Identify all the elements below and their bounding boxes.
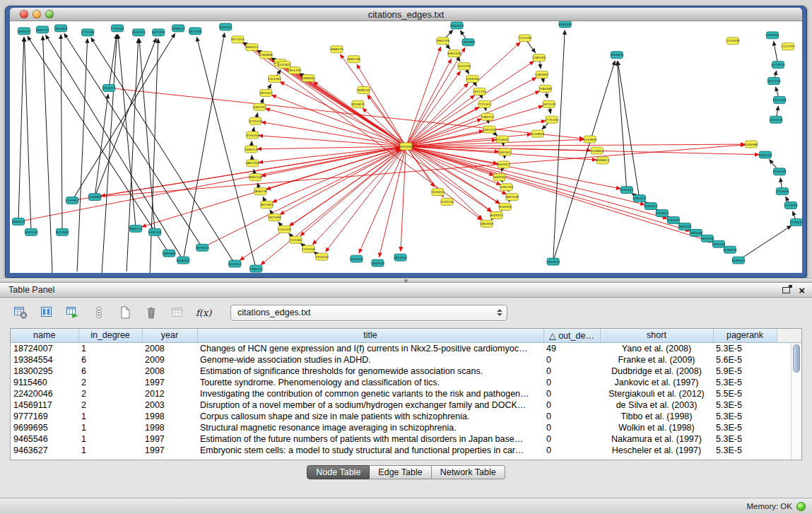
tab-network-table[interactable]: Network Table — [432, 465, 505, 479]
graph-node[interactable]: 2099143 — [357, 86, 370, 93]
graph-node[interactable]: 18724007 — [399, 143, 414, 150]
graph-node[interactable]: 9246052 — [177, 257, 190, 264]
table-row[interactable]: 946362711997Embryonic stem cells: a mode… — [11, 445, 801, 456]
table-row[interactable]: 1456911722003Disruption of a novel membe… — [11, 399, 801, 411]
column-header-out_degree[interactable]: △ out_de… — [543, 329, 600, 342]
split-divider[interactable] — [0, 278, 812, 283]
graph-node[interactable]: 3220720 — [457, 63, 471, 70]
table-selector[interactable]: citations_edges.txt — [230, 305, 507, 321]
graph-node[interactable]: 7771311 — [478, 100, 491, 107]
graph-node[interactable]: 1693804 — [54, 25, 68, 32]
graph-node[interactable]: 1609284 — [690, 229, 703, 236]
graph-node[interactable]: 1770502 — [111, 25, 124, 32]
float-panel-icon[interactable] — [782, 287, 790, 293]
graph-node[interactable]: 2526060 — [88, 194, 102, 201]
graph-node[interactable]: 1961376 — [436, 37, 449, 45]
graph-node[interactable]: 4755204 — [246, 132, 259, 139]
column-header-name[interactable]: name — [11, 329, 78, 342]
network-canvas[interactable]: 1690415168734516938041772440177050216923… — [10, 21, 802, 273]
scrollbar-thumb[interactable] — [793, 344, 800, 373]
graph-node[interactable]: 1241822 — [278, 62, 291, 69]
table-row[interactable]: 2242004622012Investigating the contribut… — [11, 388, 801, 399]
close-window-button[interactable] — [20, 10, 28, 18]
graph-node[interactable]: 1944879 — [610, 52, 623, 59]
table-row[interactable]: 1872400712008Changes of HCN gene express… — [11, 342, 801, 354]
graph-node[interactable]: 1416265 — [466, 76, 479, 83]
graph-node[interactable]: 9793012 — [655, 210, 669, 217]
zoom-window-button[interactable] — [45, 10, 54, 18]
graph-node[interactable]: 7135420 — [278, 226, 291, 233]
graph-node[interactable]: 7485083 — [539, 85, 552, 92]
graph-node[interactable]: 8996911 — [596, 157, 609, 164]
graph-node[interactable]: 1760233 — [249, 265, 263, 272]
graph-node[interactable]: 1772440 — [81, 29, 95, 36]
window-titlebar[interactable]: citations_edges.txt — [10, 8, 802, 21]
graph-node[interactable]: 1823544 — [394, 254, 407, 261]
table-row[interactable]: 911546021997Tourette syndrome. Phenomeno… — [11, 377, 801, 388]
graph-node[interactable]: 1687345 — [36, 26, 49, 33]
graph-node[interactable]: 1671742 — [473, 88, 486, 95]
table-settings-icon[interactable] — [11, 303, 30, 322]
column-header-in_degree[interactable]: in_degree — [78, 329, 142, 342]
new-document-icon[interactable] — [116, 303, 134, 322]
graph-node[interactable]: 1834920 — [371, 259, 384, 267]
graph-node[interactable]: 7350410 — [315, 253, 329, 260]
graph-node[interactable]: 2260608 — [259, 52, 273, 59]
graph-node[interactable]: 1854933 — [480, 220, 493, 227]
graph-node[interactable]: 1601622 — [498, 148, 512, 156]
graph-node[interactable]: 1287152 — [253, 103, 266, 110]
graph-node[interactable]: 2385219 — [245, 146, 258, 153]
graph-node[interactable]: 1627740 — [767, 78, 781, 85]
graph-node[interactable]: 5905304 — [148, 228, 162, 235]
graph-node[interactable]: 9549320 — [498, 204, 512, 211]
import-table-icon[interactable] — [64, 303, 82, 322]
graph-node[interactable]: 9792022 — [666, 216, 680, 223]
graph-node[interactable]: 5961100 — [447, 50, 461, 57]
graph-node[interactable]: 1618701 — [766, 32, 779, 39]
table-row[interactable]: 946554611997Estimation of the future num… — [11, 433, 801, 445]
graph-node[interactable]: 1859302 — [493, 174, 506, 181]
row-tools-icon[interactable] — [90, 303, 108, 322]
graph-node[interactable]: 5924500 — [701, 235, 714, 242]
column-header-title[interactable]: title — [197, 329, 543, 342]
graph-node[interactable]: 9245012 — [228, 260, 242, 267]
graph-node[interactable]: 1468202 — [302, 75, 315, 82]
graph-node[interactable]: 1549854 — [590, 147, 604, 154]
graph-node[interactable]: 7125462 — [289, 236, 302, 243]
column-header-year[interactable]: year — [142, 329, 197, 342]
graph-node[interactable]: 1854932 — [546, 258, 560, 265]
graph-node[interactable]: 6393024 — [644, 203, 657, 210]
graph-node[interactable]: 2619130 — [773, 168, 787, 175]
graph-node[interactable]: 3210644 — [495, 136, 509, 143]
graph-node[interactable]: 5572341 — [231, 36, 245, 43]
graph-node[interactable]: 1697533 — [25, 228, 38, 235]
table-disabled-icon[interactable] — [168, 303, 187, 322]
minimize-window-button[interactable] — [33, 10, 41, 18]
graph-node[interactable]: 5697549 — [505, 194, 519, 201]
graph-node[interactable]: 1221797 — [782, 43, 795, 50]
tab-node-table[interactable]: Node Table — [307, 465, 370, 479]
graph-node[interactable]: 1694022 — [172, 25, 185, 32]
graph-node[interactable]: 1210655 — [531, 130, 544, 137]
graph-node[interactable]: 1806136 — [254, 188, 267, 195]
graph-node[interactable]: 5495759 — [500, 184, 513, 191]
graph-node[interactable]: 3671923 — [260, 201, 273, 209]
graph-node[interactable]: 7873399 — [268, 214, 281, 221]
graph-node[interactable]: 1593580 — [745, 141, 758, 148]
graph-node[interactable]: 1534451 — [431, 189, 445, 196]
graph-node[interactable]: 1604742 — [483, 126, 496, 133]
table-row[interactable]: 969969511998Structural magnetic resonanc… — [11, 422, 801, 433]
graph-node[interactable]: 1225440 — [518, 35, 531, 42]
graph-node[interactable]: 9273410 — [772, 62, 785, 69]
graph-node[interactable]: 1815411 — [259, 89, 273, 96]
graph-node[interactable]: 1877510 — [542, 100, 555, 107]
graph-node[interactable]: 1535144 — [440, 199, 454, 206]
table-row[interactable]: 977716911998Corpus callosum shape and si… — [11, 411, 801, 422]
graph-node[interactable]: 6791941 — [620, 187, 633, 194]
table-row[interactable]: 1830029562008Estimation of significance … — [11, 366, 801, 377]
graph-node[interactable]: 1201655 — [776, 188, 789, 195]
graph-node[interactable]: 9013871 — [351, 100, 365, 107]
graph-node[interactable]: 7739410 — [790, 218, 802, 226]
graph-node[interactable]: 1424264 — [268, 76, 281, 83]
graph-node[interactable]: 2380711 — [481, 113, 494, 120]
